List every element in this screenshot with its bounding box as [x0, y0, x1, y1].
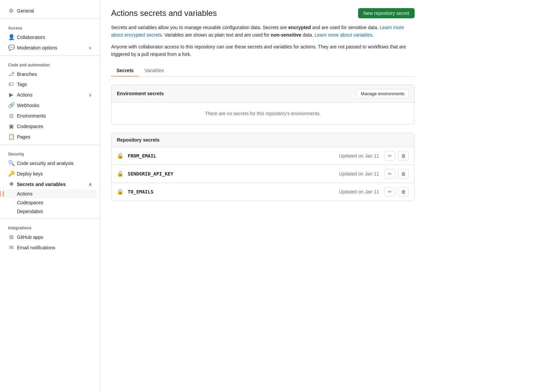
- environment-secrets-empty: There are no secrets for this repository…: [111, 103, 414, 124]
- repository-secrets-header: Repository secrets: [111, 133, 414, 147]
- sidebar-sub-item-codespaces[interactable]: Codespaces: [3, 198, 97, 207]
- secret-row-from-email: 🔒 FROM_EMAIL Updated on Jan 11 ✏ 🗑: [111, 147, 414, 165]
- lock-icon-to-emails: 🔒: [117, 188, 124, 195]
- environment-secrets-header: Environment secrets Manage environments: [111, 85, 414, 103]
- envelope-icon: ✉: [8, 244, 14, 251]
- edit-sendgrid-button[interactable]: ✏: [384, 169, 395, 179]
- sidebar-item-deploy-keys[interactable]: 🔑 Deploy keys: [3, 168, 97, 179]
- delete-to-emails-button[interactable]: 🗑: [398, 187, 409, 197]
- branch-icon: ⎇: [8, 71, 14, 77]
- sidebar-collaborators-label: Collaborators: [17, 35, 45, 40]
- sidebar-general-label: General: [17, 8, 34, 14]
- secret-updated-sendgrid: Updated on Jan 11: [339, 171, 379, 177]
- gear-icon: ⚙: [8, 7, 14, 14]
- comment-icon: 💬: [8, 44, 14, 51]
- sidebar-section-security: Security: [0, 148, 100, 158]
- tab-variables[interactable]: Variables: [139, 65, 169, 77]
- page-header: Actions secrets and variables New reposi…: [111, 8, 415, 18]
- secret-actions-from-email: ✏ 🗑: [384, 151, 409, 161]
- codespaces-icon: ▣: [8, 123, 14, 129]
- sidebar-section-access: Access: [0, 22, 100, 32]
- edit-to-emails-button[interactable]: ✏: [384, 187, 395, 197]
- sidebar-branches-label: Branches: [17, 71, 37, 77]
- sidebar-actions-sub-label: Actions: [17, 191, 33, 197]
- sidebar-tags-label: Tags: [17, 82, 27, 87]
- chevron-up-icon: ∧: [88, 182, 92, 187]
- description-2: Anyone with collaborator access to this …: [111, 43, 415, 58]
- repository-secrets-title: Repository secrets: [117, 137, 160, 143]
- lock-icon-from-email: 🔒: [117, 152, 124, 159]
- sidebar-sub-item-dependabot[interactable]: Dependabot: [3, 207, 97, 216]
- sidebar-item-github-apps[interactable]: ⊞ GitHub apps: [3, 232, 97, 242]
- description-1: Secrets and variables allow you to manag…: [111, 24, 415, 39]
- shield-icon: 🔍: [8, 160, 14, 166]
- webhook-icon: 🔗: [8, 102, 14, 108]
- page-title: Actions secrets and variables: [111, 8, 217, 18]
- edit-from-email-button[interactable]: ✏: [384, 151, 395, 161]
- repository-secrets-box: Repository secrets 🔒 FROM_EMAIL Updated …: [111, 133, 415, 201]
- sidebar-codespaces-sub-label: Codespaces: [17, 200, 43, 205]
- key-icon: 🔑: [8, 170, 14, 177]
- sidebar-item-moderation[interactable]: 💬 Moderation options ∨: [3, 42, 97, 53]
- sidebar-item-secrets-variables[interactable]: ✳ Secrets and variables ∧: [3, 179, 97, 189]
- sidebar-item-collaborators[interactable]: 👤 Collaborators: [3, 32, 97, 42]
- sidebar-webhooks-label: Webhooks: [17, 103, 39, 108]
- sidebar-item-general[interactable]: ⚙ General: [3, 5, 97, 16]
- secret-name-to-emails: TO_EMAILS: [128, 189, 339, 194]
- sidebar-secrets-label: Secrets and variables: [17, 182, 66, 187]
- secret-updated-from-email: Updated on Jan 11: [339, 153, 379, 159]
- chevron-down-icon-actions: ∨: [88, 92, 92, 98]
- tab-secrets[interactable]: Secrets: [111, 65, 139, 77]
- tag-icon: 🏷: [8, 81, 14, 87]
- new-repository-secret-button[interactable]: New repository secret: [358, 8, 415, 18]
- delete-sendgrid-button[interactable]: 🗑: [398, 169, 409, 179]
- sidebar-codespaces-label: Codespaces: [17, 124, 43, 129]
- sidebar-item-pages[interactable]: 📋 Pages: [3, 131, 97, 142]
- learn-more-variables-link[interactable]: Learn more about variables: [315, 32, 372, 38]
- pages-icon: 📋: [8, 133, 14, 140]
- sidebar-email-notifications-label: Email notifications: [17, 245, 55, 250]
- encrypted-bold: encrypted: [288, 25, 311, 30]
- sidebar-item-webhooks[interactable]: 🔗 Webhooks: [3, 100, 97, 110]
- sidebar-divider-3: [0, 145, 100, 145]
- sidebar-item-codespaces[interactable]: ▣ Codespaces: [3, 121, 97, 131]
- secret-name-sendgrid: SENDGRID_API_KEY: [128, 171, 339, 177]
- sidebar-item-email-notifications[interactable]: ✉ Email notifications: [3, 242, 97, 253]
- sidebar-item-tags[interactable]: 🏷 Tags: [3, 79, 97, 89]
- secret-actions-to-emails: ✏ 🗑: [384, 187, 409, 197]
- sidebar-environments-label: Environments: [17, 113, 46, 119]
- sidebar-divider-1: [0, 19, 100, 19]
- sidebar-code-security-label: Code security and analysis: [17, 161, 74, 166]
- secret-actions-sendgrid: ✏ 🗑: [384, 169, 409, 179]
- sidebar-pages-label: Pages: [17, 134, 30, 140]
- secret-row-to-emails: 🔒 TO_EMAILS Updated on Jan 11 ✏ 🗑: [111, 183, 414, 201]
- asterisk-icon: ✳: [8, 181, 14, 187]
- sidebar-section-integrations: Integrations: [0, 222, 100, 232]
- people-icon: 👤: [8, 34, 14, 40]
- sidebar-item-branches[interactable]: ⎇ Branches: [3, 69, 97, 79]
- sidebar-divider-2: [0, 56, 100, 56]
- sidebar-item-environments[interactable]: ⊟ Environments: [3, 110, 97, 121]
- sidebar-section-code: Code and automation: [0, 59, 100, 69]
- non-sensitive-bold: non-sensitive: [271, 32, 301, 38]
- apps-icon: ⊞: [8, 234, 14, 240]
- delete-from-email-button[interactable]: 🗑: [398, 151, 409, 161]
- manage-environments-button[interactable]: Manage environments: [356, 89, 409, 98]
- sidebar-github-apps-label: GitHub apps: [17, 234, 43, 240]
- sidebar: ⚙ General Access 👤 Collaborators 💬 Moder…: [0, 0, 100, 392]
- tabs: Secrets Variables: [111, 65, 415, 77]
- sidebar-sub-item-actions[interactable]: Actions: [3, 189, 97, 198]
- sidebar-actions-label: Actions: [17, 92, 33, 98]
- env-icon: ⊟: [8, 112, 14, 119]
- environment-secrets-title: Environment secrets: [117, 91, 164, 96]
- secret-updated-to-emails: Updated on Jan 11: [339, 189, 379, 194]
- actions-icon: ▶: [8, 91, 14, 98]
- secret-name-from-email: FROM_EMAIL: [128, 153, 339, 159]
- chevron-down-icon: ∨: [88, 45, 92, 50]
- secrets-sub-items: Actions Codespaces Dependabot: [0, 189, 100, 216]
- sidebar-item-actions[interactable]: ▶ Actions ∨: [3, 89, 97, 100]
- sidebar-item-code-security[interactable]: 🔍 Code security and analysis: [3, 158, 97, 168]
- lock-icon-sendgrid: 🔒: [117, 170, 124, 177]
- active-indicator: [3, 191, 4, 197]
- main-content: Actions secrets and variables New reposi…: [100, 0, 425, 392]
